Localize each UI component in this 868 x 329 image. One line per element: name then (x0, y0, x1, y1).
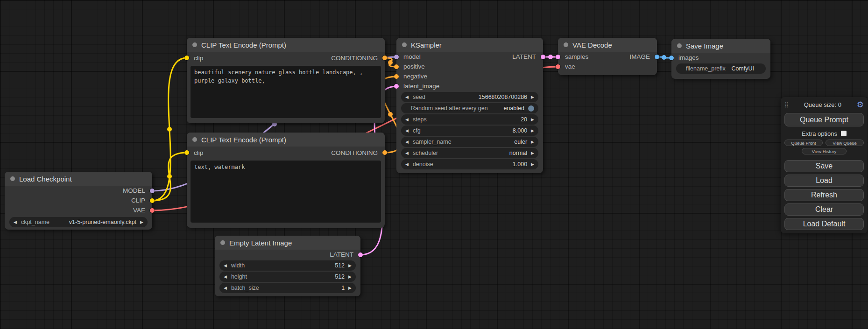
node-save-image[interactable]: Save Image images filename_prefix ComfyU… (671, 39, 770, 79)
node-title: Save Image (686, 42, 723, 50)
filename-prefix-widget[interactable]: filename_prefix ComfyUI (676, 63, 766, 74)
node-graph-canvas[interactable]: Load Checkpoint MODEL CLIP VAE ◀ ckpt_na… (0, 0, 868, 329)
clip-input-dot[interactable] (184, 56, 189, 60)
toggle-icon[interactable] (528, 105, 534, 112)
output-slot-model: MODEL (5, 186, 152, 196)
denoise-widget[interactable]: ◀ denoise 1.000 ▶ (401, 159, 538, 169)
prev-value-icon[interactable]: ◀ (224, 286, 227, 290)
link-dot (388, 60, 393, 65)
input-slot-positive: positive (396, 62, 543, 71)
clear-button[interactable]: Clear (784, 203, 864, 216)
node-title-bar[interactable]: Empty Latent Image (215, 236, 360, 250)
sampler-name-widget[interactable]: ◀ sampler_name euler ▶ (401, 137, 538, 147)
view-queue-button[interactable]: View Queue (826, 140, 864, 146)
conditioning-output-dot[interactable] (382, 56, 387, 60)
positive-input-dot[interactable] (394, 64, 399, 69)
model-input-dot[interactable] (394, 55, 399, 59)
queue-panel: ⣿ Queue size: 0 ⚙ Queue Prompt Extra opt… (781, 97, 868, 233)
vae-input-dot[interactable] (556, 64, 560, 69)
collapse-toggle-icon[interactable] (192, 42, 197, 47)
input-slot-latent-image: latent_image (396, 81, 543, 91)
node-ksampler[interactable]: KSampler model LATENT positive negative … (396, 38, 543, 173)
clip-input-dot[interactable] (184, 150, 189, 155)
refresh-button[interactable]: Refresh (784, 189, 864, 201)
next-value-icon[interactable]: ▶ (531, 129, 534, 133)
prompt-textarea[interactable]: text, watermark (191, 161, 381, 223)
next-value-icon[interactable]: ▶ (140, 220, 143, 224)
extra-options-label: Extra options (802, 130, 837, 137)
collapse-toggle-icon[interactable] (402, 42, 407, 47)
vae-output-dot[interactable] (150, 208, 155, 213)
prev-value-icon[interactable]: ◀ (224, 264, 227, 268)
slot-row: clip CONDITIONING (187, 147, 385, 159)
prev-value-icon[interactable]: ◀ (405, 151, 409, 155)
node-title: CLIP Text Encode (Prompt) (201, 41, 286, 49)
random-seed-widget[interactable]: Random seed after every gen enabled (401, 103, 538, 113)
model-output-dot[interactable] (150, 189, 155, 193)
node-title-bar[interactable]: Load Checkpoint (5, 172, 152, 186)
node-clip-text-encode-positive[interactable]: CLIP Text Encode (Prompt) clip CONDITION… (187, 38, 385, 123)
queue-front-button[interactable]: Queue Front (784, 140, 823, 146)
node-clip-text-encode-negative[interactable]: CLIP Text Encode (Prompt) clip CONDITION… (187, 133, 385, 228)
latent-output-dot[interactable] (541, 55, 545, 59)
next-value-icon[interactable]: ▶ (531, 151, 534, 155)
extra-options-checkbox[interactable] (841, 131, 847, 136)
seed-widget[interactable]: ◀ seed 156680208700286 ▶ (401, 92, 538, 102)
next-value-icon[interactable]: ▶ (531, 140, 534, 144)
width-widget[interactable]: ◀ width 512 ▶ (219, 260, 356, 271)
collapse-toggle-icon[interactable] (192, 137, 197, 142)
height-widget[interactable]: ◀ height 512 ▶ (219, 272, 356, 282)
next-value-icon[interactable]: ▶ (531, 95, 534, 99)
negative-input-dot[interactable] (394, 74, 399, 79)
node-title-bar[interactable]: VAE Decode (558, 38, 657, 52)
next-value-icon[interactable]: ▶ (348, 275, 352, 279)
clip-output-dot[interactable] (150, 198, 155, 203)
node-vae-decode[interactable]: VAE Decode samples IMAGE vae (558, 38, 657, 75)
output-slot-clip: CLIP (5, 196, 152, 205)
settings-gear-icon[interactable]: ⚙ (857, 101, 864, 109)
load-default-button[interactable]: Load Default (784, 218, 864, 230)
conditioning-output-dot[interactable] (382, 150, 387, 155)
collapse-toggle-icon[interactable] (564, 42, 568, 47)
next-value-icon[interactable]: ▶ (348, 264, 352, 268)
samples-input-dot[interactable] (556, 55, 560, 59)
images-input-dot[interactable] (669, 56, 674, 60)
next-value-icon[interactable]: ▶ (531, 162, 534, 167)
steps-widget[interactable]: ◀ steps 20 ▶ (401, 114, 538, 125)
latent-image-input-dot[interactable] (394, 84, 399, 89)
ckpt-name-widget[interactable]: ◀ ckpt_name v1-5-pruned-emaonly.ckpt ▶ (9, 217, 148, 227)
node-title-bar[interactable]: CLIP Text Encode (Prompt) (187, 133, 385, 147)
prev-value-icon[interactable]: ◀ (405, 95, 409, 99)
drag-handle-icon[interactable]: ⣿ (784, 101, 789, 108)
prompt-textarea[interactable]: beautiful scenery nature glass bottle la… (191, 66, 381, 118)
prev-value-icon[interactable]: ◀ (405, 140, 409, 144)
scheduler-widget[interactable]: ◀ scheduler normal ▶ (401, 148, 538, 158)
node-title-bar[interactable]: CLIP Text Encode (Prompt) (187, 38, 385, 52)
prev-value-icon[interactable]: ◀ (224, 275, 227, 279)
latent-output-dot[interactable] (358, 252, 363, 257)
queue-prompt-button[interactable]: Queue Prompt (784, 113, 864, 126)
load-button[interactable]: Load (784, 175, 864, 187)
collapse-toggle-icon[interactable] (677, 43, 682, 48)
prev-value-icon[interactable]: ◀ (405, 162, 409, 167)
node-title-bar[interactable]: KSampler (396, 38, 543, 52)
input-slot-vae: vae (558, 62, 657, 71)
save-button[interactable]: Save (784, 160, 864, 172)
output-slot-latent: LATENT (215, 250, 360, 259)
link-dot (167, 127, 172, 132)
node-title-bar[interactable]: Save Image (671, 39, 770, 53)
cfg-widget[interactable]: ◀ cfg 8.000 ▶ (401, 126, 538, 136)
node-empty-latent-image[interactable]: Empty Latent Image LATENT ◀ width 512 ▶ … (215, 236, 360, 296)
prev-value-icon[interactable]: ◀ (405, 118, 409, 122)
next-value-icon[interactable]: ▶ (531, 118, 534, 122)
collapse-toggle-icon[interactable] (220, 240, 225, 245)
batch-size-widget[interactable]: ◀ batch_size 1 ▶ (219, 283, 356, 293)
view-history-button[interactable]: View History (802, 148, 847, 154)
prev-value-icon[interactable]: ◀ (14, 220, 17, 224)
node-load-checkpoint[interactable]: Load Checkpoint MODEL CLIP VAE ◀ ckpt_na… (5, 172, 152, 230)
collapse-toggle-icon[interactable] (10, 176, 15, 181)
queue-size-label: Queue size: 0 (789, 101, 857, 108)
next-value-icon[interactable]: ▶ (348, 286, 352, 290)
prev-value-icon[interactable]: ◀ (405, 129, 409, 133)
image-output-dot[interactable] (655, 55, 659, 59)
